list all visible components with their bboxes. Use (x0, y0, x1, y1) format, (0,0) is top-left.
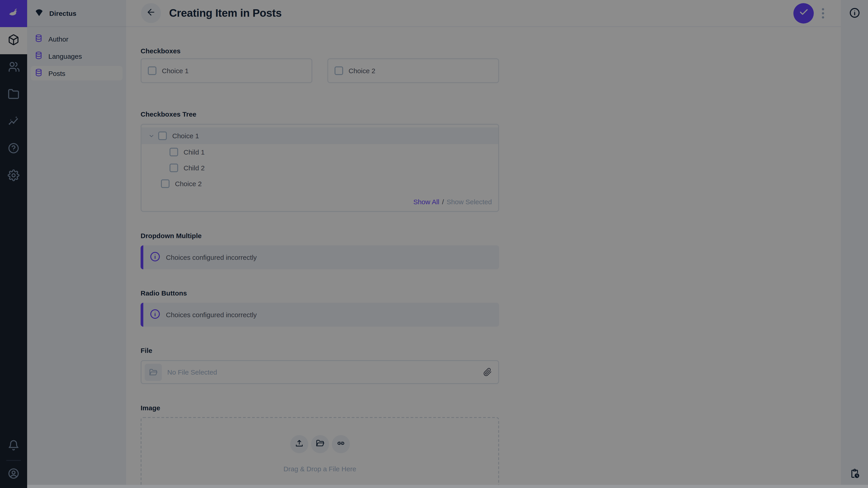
folder-icon (8, 88, 20, 102)
main-area: Creating Item in Posts Checkboxes Choice… (126, 0, 841, 488)
tree-row-child-1[interactable]: Child 1 (142, 144, 498, 160)
project-header[interactable]: Directus (27, 0, 126, 27)
tree-row-child-2[interactable]: Child 2 (142, 160, 498, 176)
sidebar-item-posts[interactable]: Posts (31, 66, 123, 80)
bottom-scrollbar-track[interactable] (27, 485, 868, 488)
page-title: Creating Item in Posts (169, 7, 282, 20)
folder-open-icon[interactable] (145, 363, 162, 381)
checkbox-label: Choice 1 (162, 67, 188, 74)
show-selected-link[interactable]: Show Selected (447, 198, 492, 205)
checkbox[interactable] (169, 164, 178, 172)
browse-files-button[interactable] (311, 435, 329, 453)
fan-icon (34, 7, 44, 19)
link-icon (336, 439, 345, 450)
module-files-button[interactable] (0, 81, 27, 108)
tree-row-label: Child 1 (184, 148, 205, 156)
database-icon (34, 68, 43, 78)
tree-row-choice-1[interactable]: Choice 1 (142, 127, 498, 144)
form-content: Checkboxes Choice 1 Choice 2 Checkboxes … (126, 27, 514, 488)
dropdown-multiple-label: Dropdown Multiple (141, 232, 499, 239)
file-label: File (141, 347, 499, 354)
revisions-sidebar-button[interactable] (849, 461, 860, 488)
chevron-down-icon[interactable] (148, 133, 155, 139)
sidebar-item-label: Author (49, 35, 68, 43)
folder-open-icon (315, 439, 324, 450)
import-url-button[interactable] (332, 435, 350, 453)
module-users-button[interactable] (0, 54, 27, 81)
notifications-button[interactable] (0, 433, 27, 460)
paperclip-icon[interactable] (483, 368, 492, 377)
notice-text: Choices configured incorrectly (166, 311, 257, 319)
right-sidebar (841, 0, 868, 488)
checkbox[interactable] (335, 66, 343, 75)
info-icon (849, 7, 860, 20)
back-button[interactable] (141, 3, 161, 23)
checkbox[interactable] (158, 131, 167, 140)
account-button[interactable] (0, 461, 27, 488)
user-circle-icon (8, 468, 20, 481)
show-all-link[interactable]: Show All (413, 198, 439, 205)
gear-icon (8, 169, 20, 183)
check-icon (799, 7, 809, 19)
navigation-sidebar: Directus Author Languages Posts (27, 0, 126, 488)
checkbox[interactable] (169, 148, 178, 156)
directus-rabbit-logo-icon (8, 7, 20, 20)
kebab-menu-icon[interactable] (820, 5, 826, 21)
module-bar (0, 0, 27, 488)
sidebar-item-label: Posts (49, 69, 65, 77)
tree-row-choice-2[interactable]: Choice 2 (142, 176, 498, 192)
image-label: Image (141, 404, 499, 412)
module-insights-button[interactable] (0, 108, 27, 135)
users-icon (8, 61, 20, 74)
info-circle-icon (150, 308, 160, 321)
notice-text: Choices configured incorrectly (166, 254, 257, 261)
file-input[interactable]: No File Selected (141, 360, 499, 384)
sidebar-item-label: Languages (49, 52, 82, 60)
module-content-button[interactable] (0, 27, 27, 54)
checkbox-option-choice-2[interactable]: Choice 2 (327, 58, 499, 83)
tree-footer: Show All / Show Selected (142, 192, 498, 205)
box-icon (8, 34, 20, 47)
project-name: Directus (49, 9, 76, 17)
tree-row-label: Choice 2 (175, 180, 202, 188)
checkbox[interactable] (148, 66, 156, 75)
dropzone-text: Drag & Drop a File Here (283, 465, 356, 473)
checkbox-option-choice-1[interactable]: Choice 1 (141, 58, 312, 83)
save-button[interactable] (794, 3, 814, 23)
checkboxes-tree: Choice 1 Child 1 Child 2 Choice 2 (141, 124, 499, 212)
insights-icon (8, 115, 20, 129)
checkboxes-tree-label: Checkboxes Tree (141, 110, 499, 118)
sidebar-item-author[interactable]: Author (31, 32, 123, 46)
checkbox-label: Choice 2 (348, 67, 375, 74)
clipboard-clock-icon (849, 468, 860, 481)
page-header: Creating Item in Posts (126, 0, 841, 27)
radio-buttons-notice: Choices configured incorrectly (141, 303, 499, 327)
app-root: Directus Author Languages Posts (0, 0, 868, 488)
section-checkboxes: Checkboxes Choice 1 Choice 2 (135, 44, 505, 90)
checkboxes-label: Checkboxes (141, 47, 499, 55)
checkbox[interactable] (161, 180, 169, 188)
file-placeholder: No File Selected (167, 368, 483, 376)
image-dropzone[interactable]: Drag & Drop a File Here (141, 417, 499, 488)
arrow-left-icon (146, 7, 156, 19)
tree-row-label: Choice 1 (172, 132, 199, 140)
footer-separator: / (442, 198, 444, 205)
module-settings-button[interactable] (0, 163, 27, 190)
module-help-button[interactable] (0, 135, 27, 163)
database-icon (34, 51, 43, 61)
database-icon (34, 34, 43, 44)
upload-button[interactable] (290, 435, 308, 453)
tree-row-label: Child 2 (184, 164, 205, 172)
sidebar-item-languages[interactable]: Languages (31, 49, 123, 63)
dropdown-multiple-notice: Choices configured incorrectly (141, 246, 499, 269)
info-circle-icon (150, 251, 160, 264)
bell-icon (8, 440, 20, 453)
help-icon (8, 142, 20, 156)
module-bar-spacer (0, 190, 27, 433)
info-sidebar-button[interactable] (849, 0, 860, 27)
radio-buttons-label: Radio Buttons (141, 289, 499, 297)
collections-nav: Author Languages Posts (27, 27, 126, 85)
upload-icon (294, 439, 304, 450)
directus-logo-button[interactable] (0, 0, 27, 27)
